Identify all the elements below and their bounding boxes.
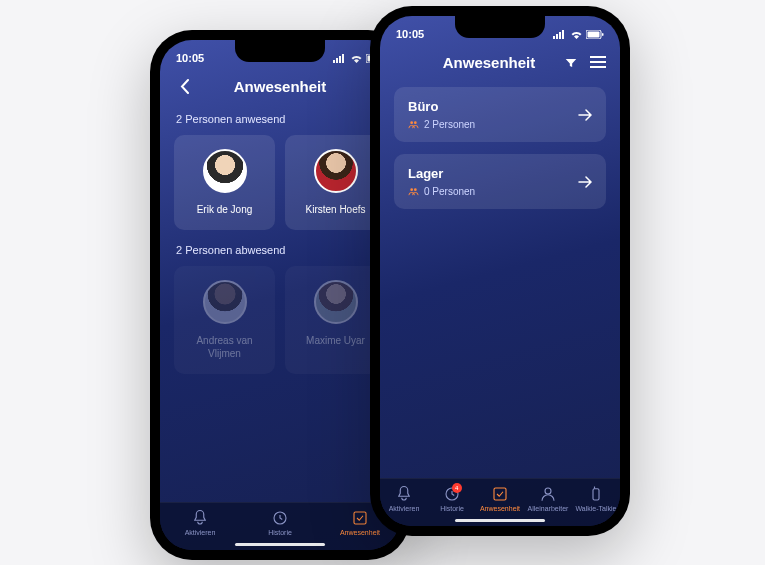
phone-right: 10:05 Anwesenheit Büro 2 Personen Lager … [370,6,630,536]
signal-icon [553,30,567,39]
svg-rect-11 [559,32,561,39]
walkie-icon [587,485,605,503]
header-actions [564,56,606,70]
notification-badge: 4 [452,483,462,493]
svg-rect-24 [494,488,506,500]
people-icon [408,186,419,197]
home-indicator[interactable] [235,543,325,546]
nav-label: Aktivieren [389,505,420,512]
nav-label: Aktivieren [185,529,216,536]
page-title: Anwesenheit [414,54,564,71]
avatar [203,280,247,324]
nav-label: Historie [268,529,292,536]
svg-point-19 [410,121,413,124]
svg-point-25 [545,488,551,494]
page-title: Anwesenheit [194,78,366,95]
avatar [314,149,358,193]
nav-item-aktivieren[interactable]: Aktivieren [380,485,428,512]
nav-item-historie[interactable]: Historie [240,509,320,536]
screen-left: 10:05 Anwesenheit 2 Personen anwesend Er… [160,40,400,550]
location-count: 0 Personen [408,186,475,197]
alert-icon [395,485,413,503]
nav-label: Anwesenheit [340,529,380,536]
nav-item-aktivieren[interactable]: Aktivieren [160,509,240,536]
wifi-icon [350,54,363,63]
svg-rect-0 [333,60,335,63]
person-card[interactable]: Erik de Jong [174,135,275,230]
svg-rect-17 [590,61,606,63]
check-square-icon [351,509,369,527]
avatar [314,280,358,324]
svg-rect-18 [590,66,606,68]
svg-rect-10 [556,34,558,39]
svg-rect-16 [590,56,606,58]
nav-item-historie[interactable]: 4 Historie [428,485,476,512]
nav-item-walkietalkie[interactable]: Walkie-Talkie [572,485,620,512]
person-name: Erik de Jong [180,203,269,216]
nav-label: Walkie-Talkie [576,505,617,512]
wifi-icon [570,30,583,39]
nav-label: Historie [440,505,464,512]
screen-right: 10:05 Anwesenheit Büro 2 Personen Lager … [380,16,620,526]
svg-rect-15 [602,33,604,36]
alert-icon [191,509,209,527]
nav-label: Alleinarbeiter [528,505,569,512]
nav-item-anwesenheit[interactable]: Anwesenheit [476,485,524,512]
svg-rect-9 [553,36,555,39]
notch [235,40,325,62]
svg-rect-8 [354,512,366,524]
location-info: Lager 0 Personen [408,166,475,197]
chevron-left-icon [180,79,189,94]
svg-point-20 [414,121,417,124]
svg-rect-12 [562,30,564,39]
svg-point-21 [410,188,413,191]
person-name: Maxime Uyar [291,334,380,347]
home-indicator[interactable] [455,519,545,522]
svg-rect-1 [336,58,338,63]
svg-rect-26 [593,489,599,500]
person-name: Andreas van Vlijmen [180,334,269,360]
svg-point-22 [414,188,417,191]
header: Anwesenheit [160,68,400,105]
svg-rect-14 [588,31,600,37]
history-icon [271,509,289,527]
present-section-label: 2 Personen anwesend [174,113,386,125]
nav-item-alleinarbeiter[interactable]: Alleinarbeiter [524,485,572,512]
menu-icon[interactable] [590,56,606,68]
location-name: Lager [408,166,475,181]
avatar [203,149,247,193]
signal-icon [333,54,347,63]
status-indicators [553,30,604,39]
notch [455,16,545,38]
battery-icon [586,30,604,39]
filter-icon[interactable] [564,56,578,70]
status-time: 10:05 [176,52,204,64]
arrow-right-icon [578,176,592,188]
location-card[interactable]: Büro 2 Personen [394,87,606,142]
nav-label: Anwesenheit [480,505,520,512]
content: 2 Personen anwesend Erik de Jong Kirsten… [160,113,400,374]
person-card[interactable]: Andreas van Vlijmen [174,266,275,374]
header: Anwesenheit [380,44,620,81]
present-grid: Erik de Jong Kirsten Hoefs [174,135,386,230]
content: Büro 2 Personen Lager 0 Personen [380,81,620,209]
location-card[interactable]: Lager 0 Personen [394,154,606,209]
arrow-right-icon [578,109,592,121]
people-icon [408,119,419,130]
svg-rect-3 [342,54,344,63]
person-icon [539,485,557,503]
check-square-icon [491,485,509,503]
location-count: 2 Personen [408,119,475,130]
location-name: Büro [408,99,475,114]
location-info: Büro 2 Personen [408,99,475,130]
back-button[interactable] [174,79,194,94]
absent-section-label: 2 Personen abwesend [174,244,386,256]
absent-grid: Andreas van Vlijmen Maxime Uyar [174,266,386,374]
svg-rect-2 [339,56,341,63]
status-time: 10:05 [396,28,424,40]
person-name: Kirsten Hoefs [291,203,380,216]
